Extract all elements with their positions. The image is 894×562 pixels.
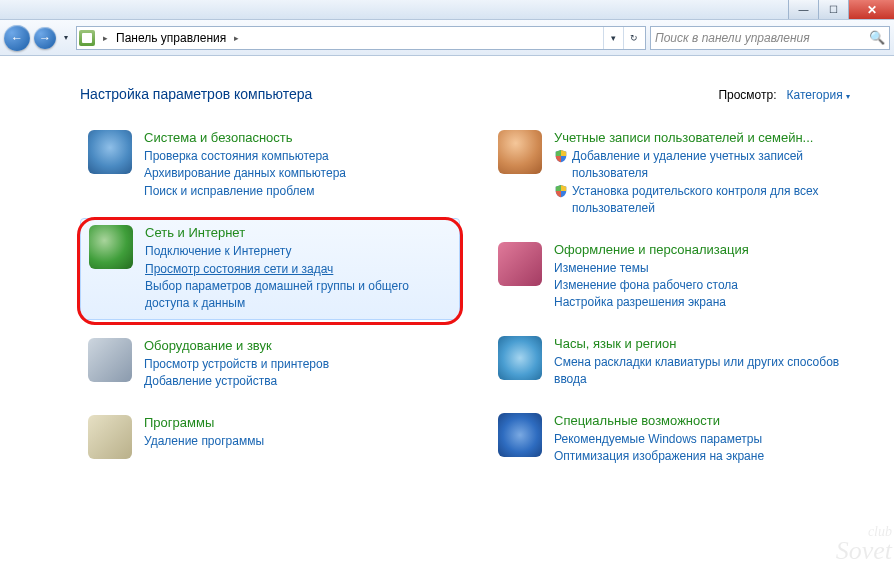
category-title-link[interactable]: Система и безопасность [144,130,452,145]
breadcrumb[interactable]: Панель управления [116,31,226,45]
category-sublink[interactable]: Удаление программы [144,433,452,450]
titlebar: — ☐ ✕ [0,0,894,20]
clock-icon [498,336,542,380]
search-icon[interactable]: 🔍 [869,30,885,45]
nav-back-button[interactable]: ← [4,25,30,51]
control-panel-window: — ☐ ✕ ← → ▾ ▸ Панель управления ▸ ▾ ↻ По… [0,0,894,562]
category-body: Оборудование и звукПросмотр устройств и … [144,338,452,391]
category-body: Специальные возможностиРекомендуемые Win… [554,413,862,466]
category-column-left: Система и безопасностьПроверка состояния… [80,124,460,471]
content-area: Настройка параметров компьютера Просмотр… [0,56,894,562]
category-users: Учетные записи пользователей и семейн...… [490,124,870,224]
category-body: Система и безопасностьПроверка состояния… [144,130,452,200]
uac-shield-icon [554,149,568,163]
category-sublink[interactable]: Смена раскладки клавиатуры или других сп… [554,354,862,389]
watermark: club Sovet [836,526,892,562]
category-title-link[interactable]: Учетные записи пользователей и семейн... [554,130,862,145]
category-title-link[interactable]: Сеть и Интернет [145,225,451,240]
category-sublink[interactable]: Просмотр состояния сети и задач [145,261,451,278]
category-network: Сеть и ИнтернетПодключение к ИнтернетуПр… [80,218,460,320]
category-body: Сеть и ИнтернетПодключение к ИнтернетуПр… [145,225,451,313]
hardware-icon [88,338,132,382]
category-columns: Система и безопасностьПроверка состояния… [80,124,870,471]
category-sublink-label: Добавление и удаление учетных записей по… [572,148,862,183]
breadcrumb-sep-icon: ▸ [99,33,112,43]
category-hardware: Оборудование и звукПросмотр устройств и … [80,332,460,397]
breadcrumb-sep-icon[interactable]: ▸ [230,33,243,43]
navbar: ← → ▾ ▸ Панель управления ▸ ▾ ↻ Поиск в … [0,20,894,56]
header-row: Настройка параметров компьютера Просмотр… [80,86,870,102]
category-sublink[interactable]: Добавление устройства [144,373,452,390]
category-access: Специальные возможностиРекомендуемые Win… [490,407,870,472]
network-icon [89,225,133,269]
programs-icon [88,415,132,459]
category-sublink[interactable]: Добавление и удаление учетных записей по… [554,148,862,183]
category-sublink-label: Установка родительского контроля для все… [572,183,862,218]
category-body: Оформление и персонализацияИзменение тем… [554,242,862,312]
address-dropdown-button[interactable]: ▾ [603,27,623,49]
category-clock: Часы, язык и регионСмена раскладки клави… [490,330,870,395]
view-by-value[interactable]: Категория [787,88,843,102]
category-sublink[interactable]: Проверка состояния компьютера [144,148,452,165]
category-sublink[interactable]: Поиск и исправление проблем [144,183,452,200]
appearance-icon [498,242,542,286]
control-panel-icon [79,30,95,46]
address-bar[interactable]: ▸ Панель управления ▸ ▾ ↻ [76,26,646,50]
access-icon [498,413,542,457]
category-title-link[interactable]: Часы, язык и регион [554,336,862,351]
search-placeholder: Поиск в панели управления [655,31,810,45]
category-body: Часы, язык и регионСмена раскладки клави… [554,336,862,389]
page-title: Настройка параметров компьютера [80,86,312,102]
category-body: Учетные записи пользователей и семейн...… [554,130,862,218]
search-input[interactable]: Поиск в панели управления 🔍 [650,26,890,50]
category-sublink[interactable]: Изменение темы [554,260,862,277]
category-sublink[interactable]: Архивирование данных компьютера [144,165,452,182]
chevron-down-icon: ▾ [846,92,850,101]
category-sublink[interactable]: Изменение фона рабочего стола [554,277,862,294]
category-title-link[interactable]: Специальные возможности [554,413,862,428]
maximize-button[interactable]: ☐ [818,0,848,19]
category-sublink[interactable]: Выбор параметров домашней группы и общег… [145,278,451,313]
refresh-button[interactable]: ↻ [623,27,643,49]
category-sublink[interactable]: Подключение к Интернету [145,243,451,260]
close-button[interactable]: ✕ [848,0,894,19]
users-icon [498,130,542,174]
category-sublink[interactable]: Рекомендуемые Windows параметры [554,431,862,448]
minimize-button[interactable]: — [788,0,818,19]
uac-shield-icon [554,184,568,198]
category-title-link[interactable]: Программы [144,415,452,430]
category-column-right: Учетные записи пользователей и семейн...… [490,124,870,471]
category-appearance: Оформление и персонализацияИзменение тем… [490,236,870,318]
category-sublink[interactable]: Настройка разрешения экрана [554,294,862,311]
category-title-link[interactable]: Оборудование и звук [144,338,452,353]
category-programs: ПрограммыУдаление программы [80,409,460,465]
category-sublink[interactable]: Просмотр устройств и принтеров [144,356,452,373]
category-sublink[interactable]: Оптимизация изображения на экране [554,448,862,465]
category-system: Система и безопасностьПроверка состояния… [80,124,460,206]
category-sublink[interactable]: Установка родительского контроля для все… [554,183,862,218]
system-icon [88,130,132,174]
category-title-link[interactable]: Оформление и персонализация [554,242,862,257]
nav-forward-button[interactable]: → [34,27,56,49]
view-by-label: Просмотр: [718,88,776,102]
nav-history-dropdown[interactable]: ▾ [60,28,72,48]
category-body: ПрограммыУдаление программы [144,415,452,459]
view-by-control[interactable]: Просмотр: Категория ▾ [718,88,850,102]
